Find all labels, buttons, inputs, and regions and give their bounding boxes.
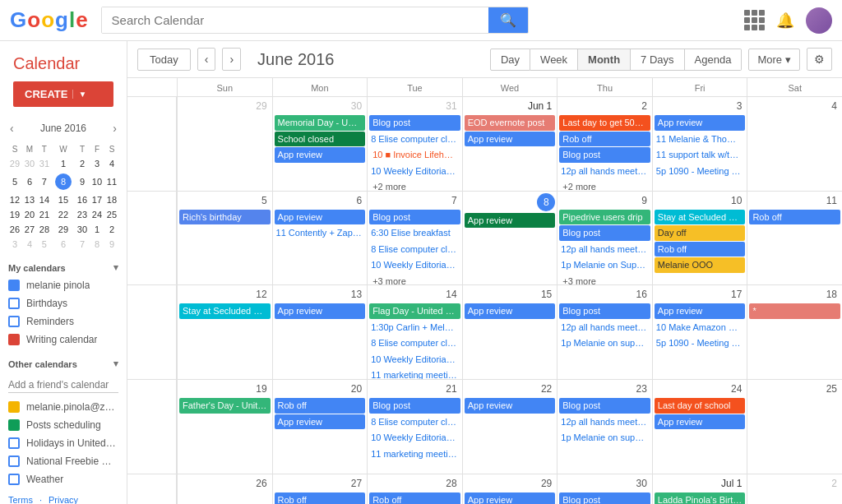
calendar-event[interactable]: School closed [275,132,366,147]
calendar-event[interactable]: Blog post [559,303,650,319]
day-cell[interactable]: 2Last day to get 50% off n...Rob offBlog… [557,97,652,191]
day-number[interactable]: 22 [538,381,555,396]
calendar-event[interactable]: 1p Melanie on support [559,430,650,446]
calendar-event[interactable]: 12p all hands meeting [559,320,650,335]
calendar-event[interactable]: +3 more [559,274,650,285]
mini-cal-day[interactable]: 3 [90,157,104,170]
mini-cal-day[interactable]: 16 [76,193,89,206]
mini-cal-day[interactable]: 18 [105,193,118,206]
calendar-event[interactable]: 1p Melanie on support [559,335,650,351]
day-number[interactable]: 27 [348,476,365,491]
calendar-event[interactable]: 1:30p Carlin + Melanie ch... [369,320,460,335]
mini-cal-day[interactable]: 3 [8,238,21,251]
calendar-event[interactable]: App review [655,115,746,131]
day-cell[interactable]: 17App review10 Make Amazon gift ca...5p … [652,285,747,379]
day-number[interactable]: 24 [728,381,745,396]
day-number[interactable]: 10 [728,193,745,208]
day-cell[interactable]: 13App review [272,285,368,379]
calendar-event[interactable]: App review [275,414,366,430]
notifications-icon[interactable]: 🔔 [776,12,794,30]
calendar-event[interactable]: App review [275,210,366,225]
day-number[interactable]: 28 [442,476,460,491]
day-number[interactable]: 8 [537,193,555,211]
day-cell[interactable]: 22App review [462,380,557,474]
calendar-event[interactable]: Pipedrive users drip [559,210,650,225]
day-cell[interactable]: 10Stay at Secluded w/Tennis/Ko...Day off… [652,192,747,285]
day-cell[interactable]: 28Rob offBlog post10 Weekly Editorial Me… [367,474,462,504]
day-cell[interactable]: 7Blog post6:30 Elise breakfast8 Elise co… [367,192,462,285]
day-cell[interactable]: 9Pipedrive users dripBlog post12p all ha… [557,192,652,285]
mini-cal-day[interactable]: 22 [53,208,74,221]
mini-cal-day[interactable]: 1 [90,223,104,236]
mini-cal-day[interactable]: 9 [105,238,118,251]
mini-cal-day[interactable]: 7 [38,172,51,192]
calendar-event[interactable]: App review [465,398,556,414]
calendar-event[interactable]: 11 support talk w/thomas [655,147,746,163]
mini-cal-day[interactable]: 15 [53,193,74,206]
calendar-event[interactable]: Last day of school [655,398,746,414]
mini-cal-day[interactable]: 19 [8,208,21,221]
calendar-event[interactable]: Flag Day - United States [369,303,460,319]
calendar-event[interactable]: Blog post [369,398,460,414]
calendar-event[interactable]: Stay at Secluded w/Tennis/Ko... [655,210,746,225]
apps-icon[interactable] [744,10,765,30]
mini-cal-day[interactable]: 30 [23,157,36,170]
mini-cal-day[interactable]: 21 [38,208,51,221]
mini-cal-day[interactable]: 6 [23,172,36,192]
day-cell[interactable]: 15App review [462,285,557,379]
calendar-event[interactable]: Blog post [559,492,650,504]
day-number[interactable]: 29 [252,99,270,113]
calendar-event[interactable]: +3 more [369,274,460,285]
day-number[interactable]: 16 [632,287,650,302]
calendar-event[interactable]: Memorial Day - United Sta... [275,115,366,131]
my-calendar-item[interactable]: Reminders [0,312,127,331]
mini-cal-day[interactable]: 4 [105,157,118,170]
calendar-event[interactable]: App review [465,213,556,229]
day-cell[interactable]: 30Blog post12p all hands meeting1p Melan… [557,474,652,504]
other-calendar-item[interactable]: Holidays in United Sta... [0,434,127,452]
calendar-event[interactable]: App review [275,303,366,319]
mini-cal-prev[interactable]: ‹ [7,120,17,136]
mini-cal-day[interactable]: 29 [53,223,74,236]
calendar-event[interactable]: Father's Day - United State... [179,398,271,414]
day-number[interactable]: 13 [348,287,365,302]
day-number[interactable]: 31 [442,99,460,113]
other-calendar-item[interactable]: Posts scheduling [0,416,127,434]
my-calendar-item[interactable]: Birthdays [0,294,127,312]
day-number[interactable]: 20 [348,381,365,396]
day-number[interactable]: 30 [348,99,365,113]
mini-cal-day[interactable]: 26 [8,223,21,236]
mini-cal-day[interactable]: 25 [105,208,118,221]
calendar-event[interactable]: +2 more [559,179,650,191]
day-number[interactable]: 23 [632,381,650,396]
mini-cal-day[interactable]: 8 [90,238,104,251]
calendar-event[interactable]: 1p Melanie on Support [559,257,650,273]
day-number[interactable]: 7 [448,193,460,208]
calendar-event[interactable]: Blog post [369,115,460,131]
mini-cal-day[interactable]: 14 [38,193,51,206]
calendar-event[interactable]: App review [275,147,366,163]
day-cell[interactable]: 29 [177,97,272,191]
day-number[interactable]: 26 [252,476,270,491]
day-number[interactable]: 18 [823,287,840,302]
view-month[interactable]: Month [578,49,631,71]
mini-cal-day[interactable]: 17 [90,193,104,206]
mini-cal-day[interactable]: 28 [38,223,51,236]
calendar-event[interactable]: 5p 1090 - Meeting Tonigh... [655,164,746,179]
next-button[interactable]: › [222,48,241,71]
calendar-event[interactable]: 12p all hands meeting [559,164,650,179]
terms-link[interactable]: Terms [8,495,33,504]
day-cell[interactable]: 27Rob offJeff's birthday [272,474,368,504]
calendar-event[interactable]: Blog post [559,147,650,163]
mini-cal-day[interactable]: 4 [23,238,36,251]
day-number[interactable]: 25 [823,381,840,396]
calendar-event[interactable]: Rob off [655,242,746,257]
calendar-event[interactable]: Rob off [369,492,460,504]
calendar-event[interactable]: 8 Elise computer club [369,132,460,147]
calendar-event[interactable]: App review [655,414,746,430]
mini-cal-day[interactable]: 2 [76,157,89,170]
day-cell[interactable]: 21Blog post8 Elise computer club10 Weekl… [367,380,462,474]
mini-cal-day[interactable]: 7 [76,238,89,251]
calendar-event[interactable]: 10 Weekly Editorial Meeti... [369,430,460,446]
calendar-event[interactable]: 11 marketing meeting [369,446,460,462]
